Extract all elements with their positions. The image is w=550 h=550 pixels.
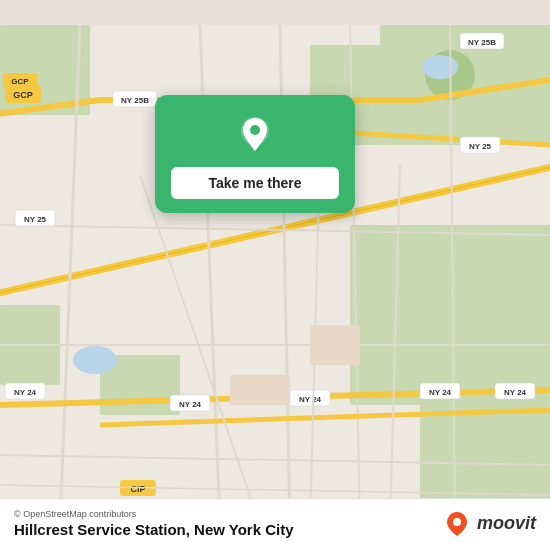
svg-text:NY 24: NY 24	[504, 388, 527, 397]
map-background: GCP NY 25B NY 25B NY 25B NY 25 NY 25 NY …	[0, 0, 550, 550]
svg-text:NY 25: NY 25	[469, 142, 492, 151]
location-name: Hillcrest Service Station, New York City	[14, 521, 294, 538]
svg-rect-57	[310, 325, 360, 365]
svg-text:NY 25B: NY 25B	[121, 96, 149, 105]
svg-rect-4	[350, 225, 550, 405]
svg-text:NY 24: NY 24	[14, 388, 37, 397]
location-pin-icon	[233, 113, 277, 157]
bottom-left-info: © OpenStreetMap contributors Hillcrest S…	[14, 509, 294, 538]
popup-card: Take me there	[155, 95, 355, 213]
svg-point-62	[453, 518, 461, 526]
svg-text:NY 25B: NY 25B	[468, 38, 496, 47]
svg-text:NY 24: NY 24	[179, 400, 202, 409]
moovit-logo: moovit	[443, 510, 536, 538]
svg-point-61	[250, 125, 260, 135]
bottom-bar: © OpenStreetMap contributors Hillcrest S…	[0, 498, 550, 550]
svg-text:NY 24: NY 24	[429, 388, 452, 397]
svg-text:NY 24: NY 24	[299, 395, 322, 404]
map-attribution: © OpenStreetMap contributors	[14, 509, 294, 519]
svg-rect-58	[230, 375, 290, 405]
svg-point-9	[422, 55, 458, 79]
svg-point-10	[73, 346, 117, 374]
svg-text:CIP: CIP	[130, 484, 145, 494]
svg-text:GCP: GCP	[13, 90, 33, 100]
svg-text:NY 25: NY 25	[24, 215, 47, 224]
map-container: GCP NY 25B NY 25B NY 25B NY 25 NY 25 NY …	[0, 0, 550, 550]
take-me-there-button[interactable]: Take me there	[171, 167, 339, 199]
moovit-pin-icon	[443, 510, 471, 538]
svg-text:GCP: GCP	[11, 77, 29, 86]
moovit-brand-text: moovit	[477, 513, 536, 534]
